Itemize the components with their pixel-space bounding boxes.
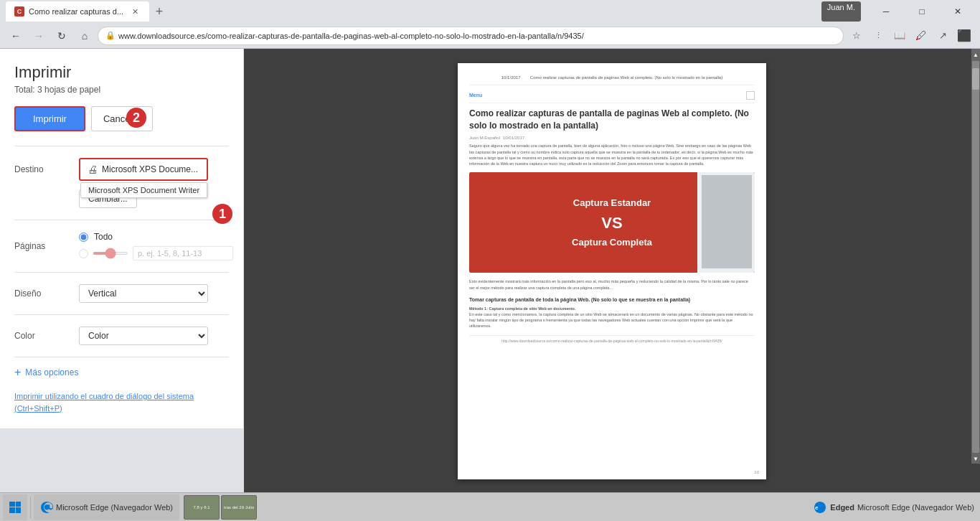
address-bar[interactable]: 🔒 www.downloadsource.es/como-realizar-ca… xyxy=(98,27,844,45)
window-controls: Juan M. ─ □ ✕ xyxy=(821,1,974,22)
preview-section-title: Tomar capturas de pantalla de toda la pá… xyxy=(469,296,755,304)
system-dialog-link[interactable]: Imprimir utilizando el cuadro de diálogo… xyxy=(14,390,229,414)
taskbar-thumbnails: 7,8 y 8.1 tras del 29 Julio xyxy=(184,495,257,520)
forward-button[interactable]: → xyxy=(29,26,49,46)
preview-body-2: Esto evidentemente mostrará más informac… xyxy=(469,278,755,291)
windows-logo xyxy=(9,502,21,513)
edge-icon xyxy=(40,501,53,514)
destino-section: Destino 🖨 Microsoft XPS Docume... Micros… xyxy=(14,146,229,208)
taskbar-right: e Edged Microsoft Edge (Navegador Web) xyxy=(813,500,977,515)
more-options-label: Más opciones xyxy=(25,367,78,377)
radio-group: Todo xyxy=(79,232,233,260)
radio-custom[interactable] xyxy=(79,246,233,260)
diseno-section: Diseño Vertical Horizontal xyxy=(14,272,229,303)
start-button[interactable] xyxy=(3,494,27,520)
thumbnail-2[interactable]: tras del 29 Julio xyxy=(221,495,257,520)
paginas-row: Páginas Todo xyxy=(14,232,229,260)
tab-title: Como realizar capturas d... xyxy=(29,7,123,16)
preview-date: 10/1/2017 xyxy=(501,75,521,80)
preview-method-title: Método 1: Captura completa de sitio Web … xyxy=(469,306,575,311)
color-label: Color xyxy=(14,331,79,341)
imprimir-button[interactable]: Imprimir xyxy=(14,106,85,131)
preview-image: Captura Estandar VS Captura Completa O xyxy=(469,172,755,273)
preview-page-num: 10 xyxy=(754,469,759,475)
edge-label: Microsoft Edge (Navegador Web) xyxy=(56,503,173,512)
paginas-section: Páginas Todo xyxy=(14,220,229,260)
edge-taskbar-right-icon: e xyxy=(813,500,827,515)
diseno-select[interactable]: Vertical Horizontal xyxy=(79,284,208,303)
page-preview: 10/1/2017 Como realizar capturas de pant… xyxy=(458,63,766,479)
destino-value: 🖨 Microsoft XPS Docume... Microsoft XPS … xyxy=(79,158,229,181)
svg-text:e: e xyxy=(815,504,819,511)
preview-author: Juan M.Español xyxy=(469,135,500,141)
radio-todo[interactable]: Todo xyxy=(79,232,233,242)
user-badge: Juan M. xyxy=(821,1,861,22)
preview-site: Como realizar capturas de pantalla de pa… xyxy=(530,75,722,80)
destino-tooltip: Microsoft XPS Document Writer xyxy=(80,182,207,198)
preview-url: http://www.downloadsource.es/como-realiz… xyxy=(469,335,755,344)
preview-main-title: Como realizar capturas de pantalla de pa… xyxy=(469,108,755,132)
preview-area: 10/1/2017 Como realizar capturas de pant… xyxy=(244,49,980,492)
paginas-value: Todo xyxy=(79,232,233,260)
preview-image-line1: Captura Estandar xyxy=(573,197,651,210)
color-select[interactable]: Color Blanco y negro xyxy=(79,327,208,345)
custom-pages-input[interactable] xyxy=(133,246,233,260)
paginas-label: Páginas xyxy=(14,241,79,251)
diseno-value: Vertical Horizontal xyxy=(79,284,229,303)
title-bar: C Como realizar capturas d... ✕ + Juan M… xyxy=(0,0,980,23)
home-button[interactable]: ⌂ xyxy=(75,26,95,46)
browser-tab[interactable]: C Como realizar capturas d... ✕ xyxy=(6,1,149,22)
content-area: Imprimir Total: 3 hojas de papel Imprimi… xyxy=(0,49,980,492)
color-section: Color Color Blanco y negro xyxy=(14,314,229,345)
preview-box xyxy=(746,91,755,100)
edge-text: Edged xyxy=(830,503,854,512)
color-value: Color Blanco y negro xyxy=(79,327,229,345)
destino-text: Microsoft XPS Docume... xyxy=(102,164,198,174)
hub-icon[interactable]: ⋮ xyxy=(868,26,888,46)
more-icon[interactable]: ⬛ xyxy=(954,26,974,46)
edge-taskbar-button[interactable]: Microsoft Edge (Navegador Web) xyxy=(34,494,179,520)
preview-small-img xyxy=(702,175,752,268)
new-tab-button[interactable]: + xyxy=(149,1,169,22)
scroll-thumb[interactable] xyxy=(972,68,979,90)
preview-author-row: Juan M.Español 10/01/2017 xyxy=(469,135,755,141)
reader-icon[interactable]: 📖 xyxy=(890,26,910,46)
annotation-1-circle: 1 xyxy=(212,204,232,224)
refresh-button[interactable]: ↻ xyxy=(52,26,72,46)
edge-full-label: Microsoft Edge (Navegador Web) xyxy=(857,503,974,512)
note-icon[interactable]: 🖊 xyxy=(911,26,931,46)
print-title: Imprimir xyxy=(14,63,229,82)
color-row: Color Color Blanco y negro xyxy=(14,327,229,345)
annotation-1: 1 xyxy=(212,204,232,224)
scroll-down[interactable]: ▼ xyxy=(971,454,980,464)
tab-close-button[interactable]: ✕ xyxy=(129,6,141,17)
scroll-up[interactable]: ▲ xyxy=(971,50,980,60)
more-options[interactable]: + Más opciones xyxy=(14,357,229,379)
print-panel: Imprimir Total: 3 hojas de papel Imprimi… xyxy=(0,49,244,428)
scroll-track xyxy=(972,61,979,453)
minimize-button[interactable]: ─ xyxy=(870,1,903,22)
share-icon[interactable]: ↗ xyxy=(933,26,953,46)
thumbnail-1[interactable]: 7,8 y 8.1 xyxy=(184,495,220,520)
tab-favicon: C xyxy=(14,6,24,17)
printer-icon: 🖨 xyxy=(88,164,98,175)
preview-author-date: 10/01/2017 xyxy=(503,135,524,141)
range-slider[interactable] xyxy=(93,252,128,255)
nav-bar: ← → ↻ ⌂ 🔒 www.downloadsource.es/como-rea… xyxy=(0,23,980,49)
preview-menu: Menu xyxy=(469,92,482,99)
preview-image-vs: VS xyxy=(601,212,622,235)
favorites-icon[interactable]: ☆ xyxy=(847,26,867,46)
nav-icons: ☆ ⋮ 📖 🖊 ↗ ⬛ xyxy=(847,26,974,46)
close-button[interactable]: ✕ xyxy=(941,1,974,22)
print-buttons: Imprimir Cancelar xyxy=(14,106,229,131)
browser-frame: C Como realizar capturas d... ✕ + Juan M… xyxy=(0,0,980,521)
preview-image-line2: Captura Completa xyxy=(572,236,652,249)
destino-label: Destino xyxy=(14,164,79,174)
print-panel-wrapper: Imprimir Total: 3 hojas de papel Imprimi… xyxy=(0,49,244,492)
maximize-button[interactable]: □ xyxy=(905,1,938,22)
preview-content: 10/1/2017 Como realizar capturas de pant… xyxy=(458,63,766,355)
destino-box[interactable]: 🖨 Microsoft XPS Docume... Microsoft XPS … xyxy=(79,158,208,181)
back-button[interactable]: ← xyxy=(6,26,26,46)
scrollbar[interactable]: ▲ ▼ xyxy=(971,49,980,464)
preview-image-side xyxy=(697,172,755,273)
